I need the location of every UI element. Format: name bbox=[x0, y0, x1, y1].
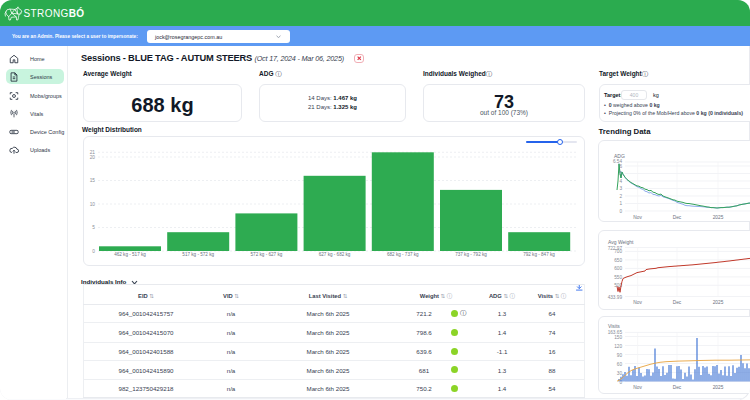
svg-text:550: 550 bbox=[614, 275, 622, 280]
svg-text:15: 15 bbox=[90, 178, 96, 183]
svg-text:600: 600 bbox=[614, 266, 622, 271]
svg-text:Nov: Nov bbox=[633, 300, 642, 305]
svg-text:Dec: Dec bbox=[673, 300, 682, 305]
svg-text:700: 700 bbox=[614, 249, 622, 254]
svg-text:Avg Weight: Avg Weight bbox=[608, 239, 634, 245]
svg-text:572 kg - 627 kg: 572 kg - 627 kg bbox=[251, 252, 283, 257]
svg-text:Visits: Visits bbox=[608, 323, 620, 329]
svg-text:120: 120 bbox=[614, 344, 622, 349]
svg-text:0: 0 bbox=[92, 249, 95, 254]
svg-text:Nov: Nov bbox=[633, 215, 642, 220]
svg-text:90: 90 bbox=[617, 353, 623, 358]
svg-text:1: 1 bbox=[619, 201, 622, 206]
svg-text:0: 0 bbox=[619, 209, 622, 214]
svg-text:462 kg - 517 kg: 462 kg - 517 kg bbox=[114, 252, 146, 257]
svg-text:737 kg - 792 kg: 737 kg - 792 kg bbox=[455, 252, 487, 257]
svg-text:2: 2 bbox=[619, 194, 622, 199]
svg-text:517 kg - 572 kg: 517 kg - 572 kg bbox=[182, 252, 214, 257]
svg-text:20: 20 bbox=[90, 155, 96, 160]
svg-text:682 kg - 737 kg: 682 kg - 737 kg bbox=[387, 252, 419, 257]
svg-text:2025: 2025 bbox=[713, 300, 724, 305]
svg-text:Dec: Dec bbox=[673, 215, 682, 220]
svg-text:4: 4 bbox=[619, 179, 622, 184]
svg-text:3: 3 bbox=[619, 186, 622, 191]
svg-text:Dec: Dec bbox=[673, 385, 682, 390]
svg-text:30: 30 bbox=[617, 371, 623, 376]
svg-text:2025: 2025 bbox=[713, 215, 724, 220]
svg-text:Nov: Nov bbox=[633, 385, 642, 390]
svg-text:650: 650 bbox=[614, 258, 622, 263]
svg-text:433.99: 433.99 bbox=[608, 295, 623, 300]
svg-text:2025: 2025 bbox=[713, 385, 724, 390]
svg-text:627 kg - 682 kg: 627 kg - 682 kg bbox=[319, 252, 351, 257]
svg-text:60: 60 bbox=[617, 362, 623, 367]
svg-text:5: 5 bbox=[92, 225, 95, 230]
svg-text:150: 150 bbox=[614, 335, 622, 340]
svg-text:792 kg - 847 kg: 792 kg - 847 kg bbox=[523, 252, 555, 257]
svg-text:10: 10 bbox=[90, 202, 96, 207]
